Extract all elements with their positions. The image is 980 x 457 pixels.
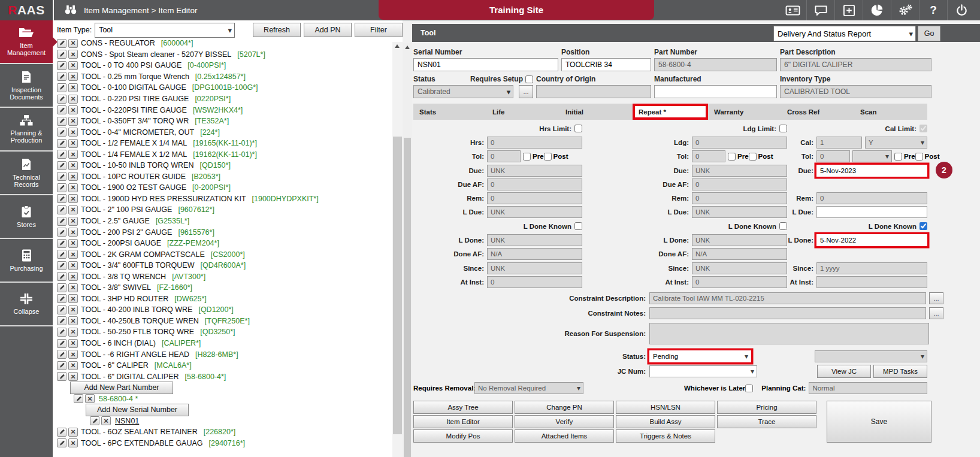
delete-icon-button[interactable]: × [68,316,78,325]
edit-icon-button[interactable] [57,205,66,214]
sidebar-item-collapse[interactable]: Collapse [0,283,53,326]
triggers-notes-button[interactable]: Triggers & Notes [616,429,715,443]
tab-initial[interactable]: Initial [559,104,633,120]
sidebar-item-planning-production[interactable]: Planning & Production [0,108,53,152]
edit-icon-button[interactable] [57,250,66,259]
app-logo[interactable]: RAAS [0,0,54,20]
repeat-status-select[interactable]: Pending [649,350,751,362]
pricing-button[interactable]: Pricing [717,401,816,414]
go-button[interactable]: Go [918,26,940,41]
report-select[interactable]: Delivery And Status Report [773,26,916,41]
delete-icon-button[interactable]: × [68,205,78,214]
pie-chart-icon[interactable] [863,0,891,20]
edit-icon-button[interactable] [57,361,66,370]
sidebar-item-technical-records[interactable]: Technical Records [0,152,53,195]
modify-pos-button[interactable]: Modify Pos [413,429,513,443]
edit-icon-button[interactable] [57,294,66,303]
jc-num-select[interactable] [649,365,757,377]
edit-icon-button[interactable] [57,117,66,126]
add-new-serial-number-button[interactable]: Add New Serial Number [86,404,189,416]
build-assy-button[interactable]: Build Assy [616,415,715,428]
item-editor-button[interactable]: Item Editor [413,415,513,428]
delete-icon-button[interactable]: × [68,438,78,447]
delete-icon-button[interactable]: × [68,50,78,59]
delete-icon-button[interactable]: × [68,194,78,203]
edit-icon-button[interactable] [57,272,66,281]
edit-icon-button[interactable] [57,83,66,92]
scroll-up-arrow-icon[interactable] [405,46,410,49]
delete-icon-button[interactable]: × [68,283,78,292]
pre-checkbox[interactable] [894,153,902,161]
edit-icon-button[interactable] [57,194,66,203]
edit-icon-button[interactable] [57,183,66,192]
edit-icon-button[interactable] [57,128,66,137]
field-value[interactable]: 5-Nov-2023 [816,165,927,177]
refresh-button[interactable]: Refresh [253,23,301,37]
list-scrollbar-thumb[interactable] [393,137,402,434]
attached-items-button[interactable]: Attached Items [515,429,614,443]
position-field[interactable]: TOOLCRIB 34 [561,58,651,71]
constraint-notes-more-button[interactable]: ... [929,307,943,319]
list-scrollbar[interactable] [392,42,403,457]
pre-checkbox[interactable] [523,153,531,161]
edit-icon-button[interactable] [57,217,66,226]
delete-icon-button[interactable]: × [68,39,78,48]
manufactured-field[interactable] [654,85,777,98]
delete-icon-button[interactable]: × [68,83,78,92]
delete-icon-button[interactable]: × [68,272,78,281]
requires-setup-checkbox[interactable] [525,75,533,83]
delete-icon-button[interactable]: × [68,150,78,159]
delete-icon-button[interactable]: × [68,428,78,437]
scroll-up-arrow-icon[interactable] [395,44,400,48]
edit-icon-button[interactable] [57,50,66,59]
tab-stats[interactable]: Stats [413,104,486,120]
delete-icon-button[interactable]: × [68,161,78,170]
delete-icon-button[interactable]: × [101,416,111,425]
mpd-tasks-button[interactable]: MPD Tasks [873,365,927,378]
tab-cross-ref[interactable]: Cross Ref [781,104,854,120]
l-done-known-checkbox[interactable] [919,222,927,230]
delete-icon-button[interactable]: × [68,372,78,381]
constraint-description-more-button[interactable]: ... [929,292,943,304]
delete-icon-button[interactable]: × [68,95,78,104]
edit-icon-button[interactable] [57,316,66,325]
delete-icon-button[interactable]: × [68,328,78,337]
delete-icon-button[interactable]: × [68,261,78,270]
delete-icon-button[interactable]: × [68,183,78,192]
field-value[interactable] [816,206,927,218]
edit-icon-button[interactable] [57,428,66,437]
field-value[interactable]: 5-Nov-2022 [816,234,927,246]
edit-icon-button[interactable] [57,95,66,104]
add-new-part-number-button[interactable]: Add New Part Number [70,382,173,394]
change-pn-button[interactable]: Change PN [515,401,614,414]
sidebar-item-stores[interactable]: Stores [0,195,53,239]
edit-icon-button[interactable] [57,372,66,381]
delete-icon-button[interactable]: × [68,350,78,359]
edit-icon-button[interactable] [57,150,66,159]
edit-icon-button[interactable] [57,438,66,447]
add-window-icon[interactable] [834,0,863,20]
delete-icon-button[interactable]: × [68,305,78,314]
delete-icon-button[interactable]: × [68,239,78,248]
delete-icon-button[interactable]: × [68,128,78,137]
limit-checkbox[interactable] [574,125,582,132]
edit-icon-button[interactable] [57,305,66,314]
edit-icon-button[interactable] [57,161,66,170]
contact-card-icon[interactable] [779,0,806,20]
delete-icon-button[interactable]: × [68,61,78,70]
serial-number-link[interactable]: NSN01 [115,417,139,425]
filter-button[interactable]: Filter [355,23,403,37]
sidebar-item-inspection-documents[interactable]: Inspection Documents [0,64,53,108]
serial-number-field[interactable]: NSN01 [413,58,558,71]
tab-repeat[interactable]: Repeat * [633,104,708,120]
delete-icon-button[interactable]: × [68,250,78,259]
l-done-known-checkbox[interactable] [574,222,582,230]
edit-icon-button[interactable] [57,261,66,270]
delete-icon-button[interactable]: × [85,394,95,403]
delete-icon-button[interactable]: × [68,117,78,126]
delete-icon-button[interactable]: × [68,361,78,370]
post-checkbox[interactable] [544,153,552,161]
add-pn-button[interactable]: Add PN [304,23,352,37]
edit-icon-button[interactable] [74,394,83,403]
delete-icon-button[interactable]: × [68,294,78,303]
